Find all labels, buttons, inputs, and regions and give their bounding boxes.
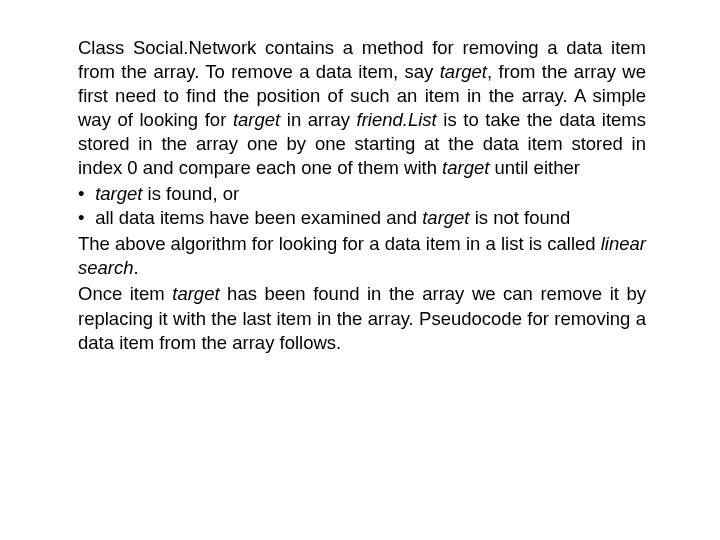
paragraph-3: Once item target has been found in the a…: [78, 282, 646, 354]
list-item: • all data items have been examined and …: [78, 206, 646, 230]
text: until either: [489, 157, 580, 178]
text: in array: [280, 109, 356, 130]
list-item: • target is found, or: [78, 182, 646, 206]
bullet-list: • target is found, or • all data items h…: [78, 182, 646, 230]
text: .: [134, 257, 139, 278]
italic-term: target: [442, 157, 489, 178]
bullet-icon: •: [78, 206, 90, 230]
text: Once item: [78, 283, 172, 304]
text: is found, or: [142, 183, 239, 204]
bullet-icon: •: [78, 182, 90, 206]
italic-term: target: [95, 183, 142, 204]
italic-term: target: [440, 61, 487, 82]
text: all data items have been examined and: [95, 207, 422, 228]
document-body: Class Social.Network contains a method f…: [0, 0, 720, 377]
italic-term: target: [172, 283, 219, 304]
paragraph-1: Class Social.Network contains a method f…: [78, 36, 646, 180]
text: The above algorithm for looking for a da…: [78, 233, 601, 254]
italic-term: target: [233, 109, 280, 130]
italic-term: friend.List: [357, 109, 437, 130]
paragraph-2: The above algorithm for looking for a da…: [78, 232, 646, 280]
italic-term: target: [422, 207, 469, 228]
text: is not found: [470, 207, 571, 228]
